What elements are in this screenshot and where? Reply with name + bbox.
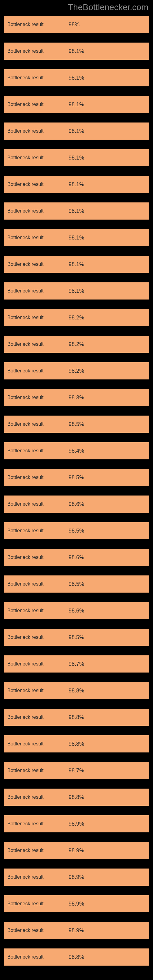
table-row[interactable]: Bottleneck result 98.9% [4, 895, 149, 912]
result-label: Bottleneck result [4, 48, 67, 54]
result-value: 98.5% [67, 634, 84, 641]
table-row[interactable]: Bottleneck result 98.1% [4, 43, 149, 60]
result-label: Bottleneck result [4, 368, 67, 374]
table-row[interactable]: Bottleneck result 98.9% [4, 842, 149, 859]
table-row[interactable]: Bottleneck result 98% [4, 16, 149, 33]
result-label: Bottleneck result [4, 928, 67, 933]
result-value: 98.1% [67, 75, 84, 81]
result-value: 98.1% [67, 48, 84, 54]
result-value: 98.9% [67, 874, 84, 880]
result-label: Bottleneck result [4, 501, 67, 507]
result-label: Bottleneck result [4, 208, 67, 214]
results-list: Bottleneck result 98% Bottleneck result … [0, 16, 153, 972]
result-label: Bottleneck result [4, 475, 67, 480]
result-value: 98.5% [67, 474, 84, 481]
result-value: 98.7% [67, 767, 84, 774]
table-row[interactable]: Bottleneck result 98.1% [4, 256, 149, 273]
result-value: 98.6% [67, 501, 84, 508]
result-label: Bottleneck result [4, 22, 67, 27]
table-row[interactable]: Bottleneck result 98.3% [4, 389, 149, 406]
table-row[interactable]: Bottleneck result 98.1% [4, 123, 149, 140]
result-label: Bottleneck result [4, 235, 67, 240]
result-label: Bottleneck result [4, 768, 67, 773]
table-row[interactable]: Bottleneck result 98.6% [4, 495, 149, 513]
table-row[interactable]: Bottleneck result 98.8% [4, 709, 149, 726]
result-label: Bottleneck result [4, 581, 67, 587]
result-value: 98.7% [67, 661, 84, 667]
table-row[interactable]: Bottleneck result 98.1% [4, 149, 149, 166]
result-label: Bottleneck result [4, 635, 67, 640]
table-row[interactable]: Bottleneck result 98.7% [4, 762, 149, 779]
table-row[interactable]: Bottleneck result 98.9% [4, 869, 149, 886]
table-row[interactable]: Bottleneck result 98.8% [4, 682, 149, 699]
table-row[interactable]: Bottleneck result 98.1% [4, 69, 149, 86]
result-label: Bottleneck result [4, 155, 67, 161]
result-label: Bottleneck result [4, 661, 67, 667]
result-label: Bottleneck result [4, 821, 67, 827]
table-row[interactable]: Bottleneck result 98.7% [4, 655, 149, 673]
result-value: 98.5% [67, 421, 84, 428]
site-title[interactable]: TheBottlenecker.com [68, 2, 148, 12]
result-label: Bottleneck result [4, 874, 67, 880]
result-label: Bottleneck result [4, 422, 67, 427]
table-row[interactable]: Bottleneck result 98.8% [4, 948, 149, 966]
result-value: 98.1% [67, 288, 84, 294]
result-value: 98.3% [67, 395, 84, 401]
table-row[interactable]: Bottleneck result 98.6% [4, 602, 149, 619]
result-value: 98.9% [67, 901, 84, 907]
result-value: 98.2% [67, 368, 84, 374]
result-label: Bottleneck result [4, 128, 67, 134]
result-label: Bottleneck result [4, 528, 67, 533]
result-value: 98.9% [67, 847, 84, 854]
table-row[interactable]: Bottleneck result 98.5% [4, 469, 149, 486]
table-row[interactable]: Bottleneck result 98.1% [4, 282, 149, 299]
result-value: 98.1% [67, 155, 84, 161]
result-label: Bottleneck result [4, 181, 67, 187]
table-row[interactable]: Bottleneck result 98.4% [4, 442, 149, 460]
table-row[interactable]: Bottleneck result 98.1% [4, 176, 149, 193]
table-row[interactable]: Bottleneck result 98.1% [4, 229, 149, 246]
result-value: 98.1% [67, 208, 84, 215]
table-row[interactable]: Bottleneck result 98.8% [4, 789, 149, 806]
result-label: Bottleneck result [4, 741, 67, 747]
result-label: Bottleneck result [4, 901, 67, 907]
result-value: 98.8% [67, 954, 84, 960]
result-label: Bottleneck result [4, 954, 67, 960]
table-row[interactable]: Bottleneck result 98.2% [4, 309, 149, 326]
table-row[interactable]: Bottleneck result 98.5% [4, 629, 149, 646]
result-label: Bottleneck result [4, 555, 67, 560]
result-label: Bottleneck result [4, 261, 67, 267]
result-value: 98.1% [67, 261, 84, 268]
result-label: Bottleneck result [4, 848, 67, 853]
result-label: Bottleneck result [4, 102, 67, 107]
table-row[interactable]: Bottleneck result 98.1% [4, 96, 149, 113]
result-label: Bottleneck result [4, 342, 67, 347]
table-row[interactable]: Bottleneck result 98.6% [4, 549, 149, 566]
result-label: Bottleneck result [4, 288, 67, 294]
table-row[interactable]: Bottleneck result 98.5% [4, 522, 149, 539]
table-row[interactable]: Bottleneck result 98.2% [4, 336, 149, 353]
result-value: 98.1% [67, 235, 84, 241]
result-value: 98.8% [67, 687, 84, 694]
result-value: 98.1% [67, 101, 84, 108]
result-value: 98.2% [67, 315, 84, 321]
result-label: Bottleneck result [4, 395, 67, 400]
result-value: 98.2% [67, 341, 84, 348]
result-label: Bottleneck result [4, 688, 67, 694]
result-value: 98.1% [67, 128, 84, 134]
table-row[interactable]: Bottleneck result 98.2% [4, 362, 149, 379]
table-row[interactable]: Bottleneck result 98.9% [4, 815, 149, 832]
table-row[interactable]: Bottleneck result 98.5% [4, 576, 149, 593]
result-label: Bottleneck result [4, 315, 67, 320]
table-row[interactable]: Bottleneck result 98.9% [4, 922, 149, 939]
result-label: Bottleneck result [4, 794, 67, 800]
result-value: 98.9% [67, 821, 84, 827]
table-row[interactable]: Bottleneck result 98.8% [4, 735, 149, 752]
table-row[interactable]: Bottleneck result 98.5% [4, 415, 149, 433]
result-value: 98.6% [67, 608, 84, 614]
result-label: Bottleneck result [4, 608, 67, 613]
page-header: TheBottlenecker.com [0, 0, 153, 16]
result-label: Bottleneck result [4, 75, 67, 81]
result-value: 98.5% [67, 528, 84, 534]
table-row[interactable]: Bottleneck result 98.1% [4, 202, 149, 220]
